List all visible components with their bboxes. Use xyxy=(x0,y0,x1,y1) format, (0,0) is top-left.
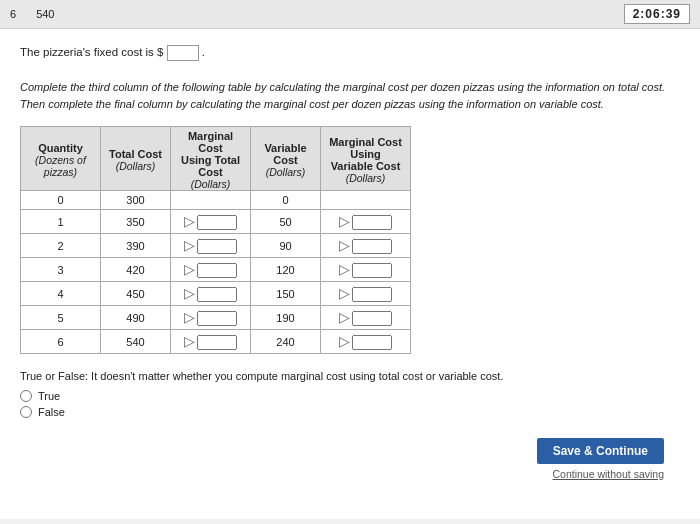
mc-total-input[interactable] xyxy=(197,215,237,230)
header-quantity: Quantity (Dozens of pizzas) xyxy=(21,127,101,191)
instructions-text: Complete the third column of the followi… xyxy=(20,79,680,112)
timer: 2:06:39 xyxy=(624,4,690,24)
cell-variable-cost: 190 xyxy=(251,306,321,330)
cell-mc-variable xyxy=(321,191,411,210)
table-row: 03000 xyxy=(21,191,411,210)
cell-variable-cost: 240 xyxy=(251,330,321,354)
radio-true-label: True xyxy=(38,390,60,402)
arrow-icon: ▷ xyxy=(339,309,350,325)
cell-quantity: 5 xyxy=(21,306,101,330)
radio-false[interactable] xyxy=(20,406,32,418)
arrow-icon: ▷ xyxy=(339,237,350,253)
header-mc-variable: Marginal Cost Using Variable Cost (Dolla… xyxy=(321,127,411,191)
mc-variable-input[interactable] xyxy=(352,335,392,350)
cell-total-cost: 390 xyxy=(101,234,171,258)
table-row: 5490▷190▷ xyxy=(21,306,411,330)
table-row: 1350▷50▷ xyxy=(21,210,411,234)
bottom-bar: Save & Continue Continue without saving xyxy=(20,432,680,486)
col2-value: 540 xyxy=(36,8,54,20)
top-bar-left: 6 540 xyxy=(10,8,54,20)
radio-false-label: False xyxy=(38,406,65,418)
arrow-icon: ▷ xyxy=(339,333,350,349)
radio-true-option[interactable]: True xyxy=(20,390,680,402)
cost-table: Quantity (Dozens of pizzas) Total Cost (… xyxy=(20,126,411,354)
col1-value: 6 xyxy=(10,8,16,20)
cell-mc-variable[interactable]: ▷ xyxy=(321,282,411,306)
cell-mc-variable[interactable]: ▷ xyxy=(321,330,411,354)
cell-total-cost: 540 xyxy=(101,330,171,354)
cell-total-cost: 300 xyxy=(101,191,171,210)
save-continue-button[interactable]: Save & Continue xyxy=(537,438,664,464)
cell-mc-total[interactable]: ▷ xyxy=(171,306,251,330)
continue-without-saving-link[interactable]: Continue without saving xyxy=(553,468,665,480)
fixed-cost-input[interactable] xyxy=(167,45,199,61)
cell-quantity: 2 xyxy=(21,234,101,258)
top-bar: 6 540 2:06:39 xyxy=(0,0,700,29)
header-total-cost: Total Cost (Dollars) xyxy=(101,127,171,191)
mc-variable-input[interactable] xyxy=(352,311,392,326)
cell-mc-variable[interactable]: ▷ xyxy=(321,258,411,282)
cell-mc-variable[interactable]: ▷ xyxy=(321,306,411,330)
cell-total-cost: 490 xyxy=(101,306,171,330)
cell-mc-total[interactable]: ▷ xyxy=(171,258,251,282)
table-row: 4450▷150▷ xyxy=(21,282,411,306)
mc-total-input[interactable] xyxy=(197,263,237,278)
header-variable-cost: Variable Cost (Dollars) xyxy=(251,127,321,191)
arrow-icon: ▷ xyxy=(339,261,350,277)
cell-total-cost: 420 xyxy=(101,258,171,282)
arrow-icon: ▷ xyxy=(184,285,195,301)
arrow-icon: ▷ xyxy=(184,213,195,229)
cell-mc-total xyxy=(171,191,251,210)
cell-mc-total[interactable]: ▷ xyxy=(171,282,251,306)
cell-mc-variable[interactable]: ▷ xyxy=(321,234,411,258)
mc-total-input[interactable] xyxy=(197,335,237,350)
mc-total-input[interactable] xyxy=(197,311,237,326)
arrow-icon: ▷ xyxy=(184,261,195,277)
cell-total-cost: 350 xyxy=(101,210,171,234)
true-false-section: True or False: It doesn't matter whether… xyxy=(20,370,680,418)
mc-total-input[interactable] xyxy=(197,239,237,254)
mc-variable-input[interactable] xyxy=(352,239,392,254)
cell-mc-total[interactable]: ▷ xyxy=(171,210,251,234)
arrow-icon: ▷ xyxy=(184,333,195,349)
table-row: 3420▷120▷ xyxy=(21,258,411,282)
arrow-icon: ▷ xyxy=(339,213,350,229)
table-row: 2390▷90▷ xyxy=(21,234,411,258)
header-mc-total: Marginal Cost Using Total Cost (Dollars) xyxy=(171,127,251,191)
fixed-cost-label-pre: The pizzeria's fixed cost is $ xyxy=(20,46,163,58)
cell-variable-cost: 150 xyxy=(251,282,321,306)
mc-variable-input[interactable] xyxy=(352,263,392,278)
arrow-icon: ▷ xyxy=(339,285,350,301)
cell-quantity: 6 xyxy=(21,330,101,354)
arrow-icon: ▷ xyxy=(184,237,195,253)
arrow-icon: ▷ xyxy=(184,309,195,325)
main-content: The pizzeria's fixed cost is $ . Complet… xyxy=(0,29,700,519)
mc-variable-input[interactable] xyxy=(352,215,392,230)
cell-quantity: 3 xyxy=(21,258,101,282)
radio-false-option[interactable]: False xyxy=(20,406,680,418)
cell-variable-cost: 50 xyxy=(251,210,321,234)
cell-mc-total[interactable]: ▷ xyxy=(171,330,251,354)
true-false-question: True or False: It doesn't matter whether… xyxy=(20,370,680,382)
table-header-top: Quantity (Dozens of pizzas) Total Cost (… xyxy=(21,127,411,191)
table-row: 6540▷240▷ xyxy=(21,330,411,354)
cell-variable-cost: 0 xyxy=(251,191,321,210)
cell-mc-variable[interactable]: ▷ xyxy=(321,210,411,234)
cell-quantity: 1 xyxy=(21,210,101,234)
fixed-cost-line: The pizzeria's fixed cost is $ . xyxy=(20,45,680,61)
fixed-cost-label-post: . xyxy=(202,46,205,58)
cell-variable-cost: 120 xyxy=(251,258,321,282)
mc-total-input[interactable] xyxy=(197,287,237,302)
mc-variable-input[interactable] xyxy=(352,287,392,302)
radio-true[interactable] xyxy=(20,390,32,402)
cell-quantity: 0 xyxy=(21,191,101,210)
cell-mc-total[interactable]: ▷ xyxy=(171,234,251,258)
cell-total-cost: 450 xyxy=(101,282,171,306)
cell-quantity: 4 xyxy=(21,282,101,306)
table-body: 030001350▷50▷2390▷90▷3420▷120▷4450▷150▷5… xyxy=(21,191,411,354)
cell-variable-cost: 90 xyxy=(251,234,321,258)
